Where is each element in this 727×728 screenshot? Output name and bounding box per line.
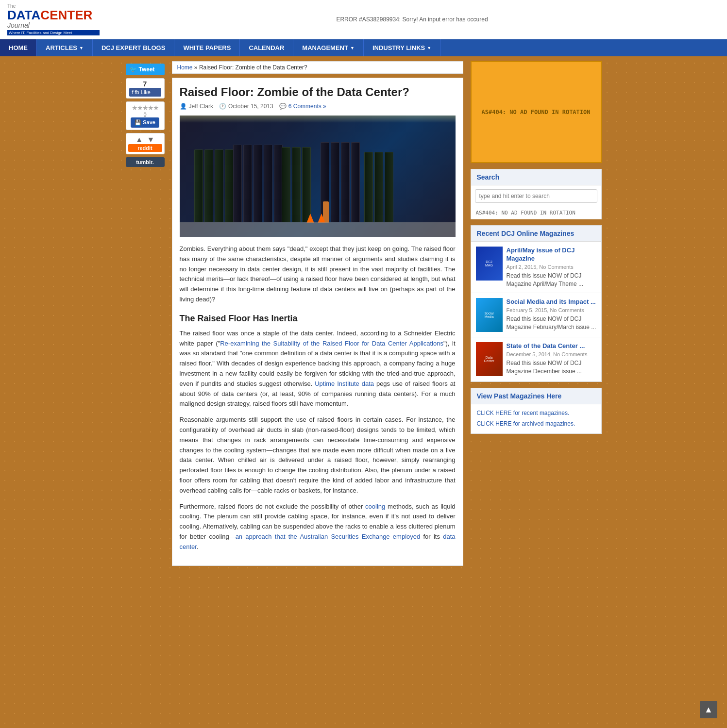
- nav-articles[interactable]: ARTICLES ▼: [37, 39, 93, 56]
- schneider-link[interactable]: Re-examining the Suitability of the Rais…: [220, 340, 443, 347]
- magazine-item-3: DataCenter State of the Data Center ... …: [471, 337, 601, 381]
- article-comments[interactable]: 💬 6 Comments »: [279, 103, 326, 110]
- date-icon: 🕐: [219, 103, 226, 110]
- rating-box: ★★★★★ 0 💾 Save: [126, 101, 165, 130]
- article-container: Raised Floor: Zombie of the Data Center?…: [172, 78, 463, 566]
- reddit-label[interactable]: reddit: [128, 144, 162, 152]
- comment-icon: 💬: [279, 103, 287, 110]
- logo-datacenter: DATACENTER: [7, 9, 100, 21]
- magazine-date-3: December 5, 2014, No Comments: [507, 351, 596, 357]
- magazine-thumb-2[interactable]: SocialMedia: [476, 298, 503, 332]
- uptime-link[interactable]: Uptime Institute data: [315, 380, 374, 387]
- breadcrumb-separator: »: [194, 64, 198, 71]
- page-header: The DATACENTER Journal Where IT, Facilit…: [0, 0, 727, 39]
- magazine-item-1: DCJMAG April/May issue of DCJ Magazine A…: [471, 242, 601, 293]
- article-body: Zombies. Everything about them says "dea…: [180, 244, 456, 552]
- search-input[interactable]: [475, 189, 597, 203]
- magazine-title-3[interactable]: State of the Data Center ...: [507, 342, 596, 350]
- tumblr-button[interactable]: tumblr.: [126, 157, 165, 167]
- magazine-thumb-1[interactable]: DCJMAG: [476, 247, 503, 281]
- ceiling-light: [180, 116, 456, 123]
- nav-industry-links[interactable]: INDUSTRY LINKS ▼: [364, 39, 440, 56]
- search-section: Search AS#404: NO AD FOUND IN ROTATION: [471, 169, 602, 219]
- breadcrumb-home[interactable]: Home: [177, 64, 193, 71]
- article-subheading-1: The Raised Floor Has Inertia: [180, 314, 456, 324]
- search-ad-text: AS#404: NO AD FOUND IN ROTATION: [471, 207, 601, 219]
- star-rating[interactable]: ★★★★★: [128, 104, 162, 112]
- tweet-button[interactable]: 🐦 Tweet: [126, 64, 165, 75]
- article-paragraph-1: Zombies. Everything about them says "dea…: [180, 244, 456, 305]
- site-logo[interactable]: The DATACENTER Journal Where IT, Facilit…: [7, 5, 104, 34]
- view-past-section: View Past Magazines Here CLICK HERE for …: [471, 388, 602, 433]
- main-nav: HOME ARTICLES ▼ DCJ EXPERT BLOGS WHITE P…: [0, 39, 727, 56]
- reddit-box: ▲ ▼ reddit: [126, 133, 165, 154]
- upvote-icon[interactable]: ▲: [135, 135, 143, 144]
- main-wrapper: 🐦 Tweet 7 f fb Like ★★★★★ 0 💾 Save ▲ ▼ r…: [121, 56, 607, 571]
- view-past-links: CLICK HERE for recent magazines. CLICK H…: [471, 404, 601, 433]
- safety-cone: [306, 214, 314, 223]
- downvote-icon[interactable]: ▼: [147, 135, 155, 144]
- logo-tagline: Where IT, Facilities and Design Meet: [7, 30, 100, 35]
- content-area: Home » Raised Floor: Zombie of the Data …: [172, 61, 463, 566]
- recent-magazines-header: Recent DCJ Online Magazines: [471, 226, 601, 242]
- save-button[interactable]: 💾 Save: [131, 117, 159, 128]
- article-date: 🕐 October 15, 2013: [219, 103, 273, 110]
- past-link-recent[interactable]: CLICK HERE for recent magazines.: [477, 408, 595, 419]
- magazine-date-1: April 2, 2015, No Comments: [507, 264, 596, 270]
- nav-white-papers[interactable]: WHITE PAPERS: [174, 39, 240, 56]
- social-sidebar: 🐦 Tweet 7 f fb Like ★★★★★ 0 💾 Save ▲ ▼ r…: [126, 61, 165, 566]
- nav-home[interactable]: HOME: [0, 39, 37, 56]
- magazine-item-2: SocialMedia Social Media and its Impact …: [471, 293, 601, 337]
- article-paragraph-2: The raised floor was once a staple of th…: [180, 329, 456, 409]
- cooling-link[interactable]: cooling: [365, 503, 385, 510]
- breadcrumb-current: Raised Floor: Zombie of the Data Center?: [199, 64, 307, 71]
- nav-management[interactable]: MANAGEMENT ▼: [293, 39, 364, 56]
- right-sidebar: AS#404: NO AD FOUND IN ROTATION Search A…: [471, 61, 602, 566]
- fb-count: 7: [129, 80, 161, 88]
- magazine-excerpt-1: Read this issue NOW of DCJ Magazine Apri…: [507, 272, 596, 288]
- author-icon: 👤: [180, 103, 187, 110]
- nav-dcj-expert-blogs[interactable]: DCJ EXPERT BLOGS: [93, 39, 174, 56]
- magazine-excerpt-2: Read this issue NOW of DCJ Magazine Febr…: [507, 315, 596, 331]
- past-link-archived[interactable]: CLICK HERE for archived magazines.: [477, 419, 595, 430]
- fb-like-button[interactable]: f fb Like: [129, 88, 161, 97]
- magazine-info-1: April/May issue of DCJ Magazine April 2,…: [507, 247, 596, 288]
- magazine-excerpt-3: Read this issue NOW of DCJ Magazine Dece…: [507, 359, 596, 376]
- magazine-thumb-3[interactable]: DataCenter: [476, 342, 503, 376]
- rating-count: 0: [128, 112, 162, 117]
- logo-journal: Journal: [7, 21, 100, 29]
- save-icon: 💾: [135, 119, 141, 125]
- article-author: 👤 Jeff Clark: [180, 103, 213, 110]
- recent-magazines-section: Recent DCJ Online Magazines DCJMAG April…: [471, 225, 602, 382]
- error-banner: ERROR #AS382989934: Sorry! An input erro…: [104, 16, 720, 23]
- reddit-arrows: ▲ ▼: [135, 135, 155, 144]
- article-paragraph-3: Reasonable arguments still support the u…: [180, 415, 456, 496]
- search-box: [471, 185, 601, 207]
- facebook-like-box: 7 f fb Like: [126, 78, 165, 99]
- article-paragraph-4: Furthermore, raised floors do not exclud…: [180, 502, 456, 552]
- facebook-icon: f: [132, 89, 134, 95]
- magazine-info-2: Social Media and its Impact ... February…: [507, 298, 596, 332]
- raised-floor-visual: [180, 222, 456, 237]
- safety-cone: [318, 214, 325, 223]
- article-title: Raised Floor: Zombie of the Data Center?: [180, 85, 456, 99]
- twitter-icon: 🐦: [130, 66, 137, 73]
- australian-link[interactable]: an approach that the Australian Securiti…: [236, 533, 421, 540]
- top-ad-box: AS#404: NO AD FOUND IN ROTATION: [471, 61, 602, 163]
- article-meta: 👤 Jeff Clark 🕐 October 15, 2013 💬 6 Comm…: [180, 103, 456, 110]
- view-past-header: View Past Magazines Here: [471, 388, 601, 404]
- breadcrumb: Home » Raised Floor: Zombie of the Data …: [172, 61, 463, 74]
- magazine-title-2[interactable]: Social Media and its Impact ...: [507, 298, 596, 306]
- magazine-info-3: State of the Data Center ... December 5,…: [507, 342, 596, 376]
- magazine-date-2: February 5, 2015, No Comments: [507, 307, 596, 313]
- magazine-title-1[interactable]: April/May issue of DCJ Magazine: [507, 247, 596, 263]
- article-image: [180, 116, 456, 237]
- search-section-header: Search: [471, 169, 601, 185]
- nav-calendar[interactable]: CALENDAR: [240, 39, 293, 56]
